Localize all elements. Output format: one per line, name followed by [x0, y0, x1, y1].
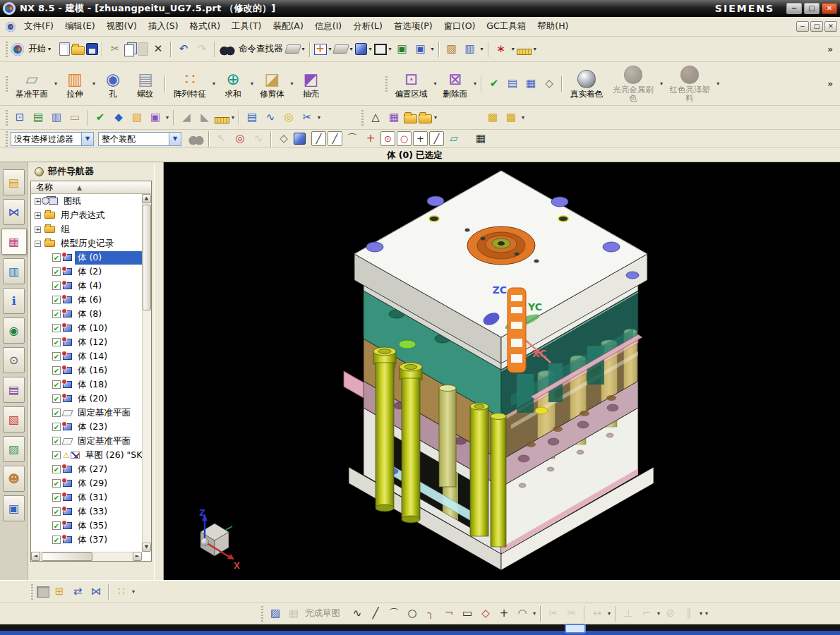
- window-close-button[interactable]: ✕: [822, 3, 837, 14]
- analysis-dropdown[interactable]: ▾: [230, 114, 236, 121]
- section-analysis-icon[interactable]: ◣: [196, 109, 213, 126]
- rectangle-tool-icon[interactable]: ▭: [459, 605, 476, 622]
- checkbox-checked-icon[interactable]: ✔: [52, 310, 61, 318]
- profile-tool-icon[interactable]: ◇: [477, 605, 494, 622]
- annotation-tag-icon[interactable]: ▭: [66, 109, 83, 126]
- menu-item-6[interactable]: 装配(A): [267, 18, 308, 35]
- show-all-constraints-icon[interactable]: ∥: [680, 605, 697, 622]
- trim-body-button[interactable]: ◪修剪体: [255, 64, 289, 104]
- system-materials-tab[interactable]: ▨: [3, 436, 25, 462]
- checkbox-checked-icon[interactable]: ✔: [52, 282, 61, 290]
- tree-item[interactable]: ✔体 (35): [31, 519, 142, 533]
- tree-item[interactable]: ✔体 (10): [31, 321, 142, 335]
- unite-dropdown[interactable]: ▾: [249, 80, 255, 87]
- new-window-button[interactable]: ▣: [394, 41, 411, 57]
- tree-item[interactable]: ✔体 (14): [31, 349, 142, 363]
- fillet-tool-icon[interactable]: ╮: [422, 605, 439, 622]
- tree-item[interactable]: ✔体 (12): [31, 335, 142, 349]
- pattern-feature-dropdown[interactable]: ▾: [211, 80, 217, 87]
- optimize-face-icon[interactable]: ▧: [128, 109, 145, 126]
- feature-browser-icon[interactable]: ▤: [504, 75, 521, 92]
- menu-item-5[interactable]: 工具(T): [226, 18, 267, 35]
- cut-button[interactable]: ✂: [107, 41, 124, 57]
- add-component-button[interactable]: ⊞: [51, 583, 68, 600]
- layer-category-icon[interactable]: ▥: [48, 109, 65, 126]
- copy-button[interactable]: [124, 44, 134, 56]
- checkbox-checked-icon[interactable]: ✔: [52, 437, 61, 445]
- sketch-pad-icon[interactable]: [284, 44, 301, 54]
- checkbox-checked-icon[interactable]: ✔: [52, 423, 61, 431]
- checkbox-checked-icon[interactable]: ✔: [52, 465, 61, 473]
- grid-snap-icon[interactable]: ▦: [472, 131, 489, 147]
- snap-point-on-curve-button[interactable]: ╱: [429, 131, 444, 146]
- command-finder-icon[interactable]: [219, 43, 236, 56]
- wire-trim-icon[interactable]: ✂: [299, 109, 316, 126]
- locating-ring[interactable]: [467, 226, 535, 265]
- show-constraints-dropdown[interactable]: ▾: [698, 610, 704, 617]
- menu-item-0[interactable]: 文件(F): [18, 18, 59, 35]
- scroll-up-icon[interactable]: ▲: [142, 194, 151, 203]
- snap-center-button[interactable]: ⊙: [380, 131, 395, 146]
- tree-item[interactable]: −模型历史记录: [31, 236, 142, 250]
- menu-item-9[interactable]: 首选项(P): [388, 18, 438, 35]
- snap-curve-icon[interactable]: ⌒: [344, 131, 361, 147]
- pattern-feature-button[interactable]: ∷阵列特征: [169, 64, 211, 104]
- tree-item[interactable]: ✔体 (16): [31, 363, 142, 377]
- synchronous-check-icon[interactable]: ✔: [486, 75, 503, 92]
- scroll-right-icon[interactable]: ►: [133, 552, 142, 561]
- cylinder-stack-icon[interactable]: ▤: [244, 109, 260, 126]
- background-dropdown[interactable]: ▾: [388, 46, 393, 52]
- process-studio-tab[interactable]: ▤: [3, 377, 25, 403]
- tree-item[interactable]: ✔体 (4): [31, 279, 142, 293]
- mdi-close-button[interactable]: ✕: [824, 21, 837, 32]
- mdi-minimize-button[interactable]: −: [796, 21, 809, 32]
- point-set-folder-icon[interactable]: [404, 114, 417, 123]
- line-tool-icon[interactable]: ╱: [367, 605, 384, 622]
- scroll-left-icon[interactable]: ◄: [31, 552, 40, 561]
- tree-item[interactable]: +图纸: [31, 194, 142, 208]
- tree-item[interactable]: ✔体 (20): [31, 392, 142, 406]
- abc-annotation-icon[interactable]: ▣: [147, 109, 164, 126]
- thread-button[interactable]: ▤螺纹: [129, 64, 162, 104]
- mdi-restore-button[interactable]: □: [810, 21, 823, 32]
- snap-target-icon[interactable]: ◎: [232, 131, 248, 147]
- selection-filter-dropdown[interactable]: 没有选择过滤器▼: [11, 132, 94, 146]
- redo-button[interactable]: ↷: [193, 41, 210, 57]
- assembly-navigator-tab[interactable]: ▤: [3, 169, 25, 195]
- role-palette-button[interactable]: ▨: [443, 41, 460, 57]
- menu-item-3[interactable]: 插入(S): [143, 18, 184, 35]
- offset-region-dropdown[interactable]: ▾: [433, 80, 438, 87]
- pmi-dimension-button[interactable]: ∗: [493, 41, 510, 57]
- tree-item[interactable]: ✔固定基准平面: [31, 406, 142, 420]
- tree-item[interactable]: ✔体 (27): [31, 462, 142, 476]
- select-arrow-icon[interactable]: ↖: [213, 131, 230, 147]
- make-symmetric-icon[interactable]: ⌐: [638, 605, 655, 622]
- measure-dropdown[interactable]: ▾: [532, 46, 538, 52]
- window-minimize-button[interactable]: −: [786, 3, 802, 14]
- snapshot-frame-icon[interactable]: ⊡: [11, 109, 28, 126]
- fit-view-dropdown[interactable]: ▾: [328, 46, 333, 52]
- vertical-scroll-thumb[interactable]: [143, 205, 151, 310]
- quick-trim-icon[interactable]: ✂: [545, 605, 562, 622]
- checkbox-checked-icon[interactable]: ✔: [52, 296, 61, 304]
- tree-vertical-scrollbar[interactable]: ▲ ▼: [142, 194, 151, 552]
- toolbar-overflow-button[interactable]: »: [823, 44, 837, 54]
- checkbox-checked-icon[interactable]: ✔: [52, 394, 61, 403]
- 3d-model-canvas[interactable]: ZC YC XC Z X: [164, 162, 840, 580]
- studio-spline-icon[interactable]: ◠: [514, 605, 531, 622]
- checkbox-checked-icon[interactable]: ✔: [52, 366, 61, 375]
- tolerance-table-icon[interactable]: ▦: [385, 109, 402, 126]
- checkbox-checked-icon[interactable]: ✔: [52, 521, 61, 530]
- roles-tab[interactable]: ☻: [3, 466, 25, 492]
- delete-button[interactable]: ✕: [150, 41, 167, 57]
- combo-arrow-icon[interactable]: ▼: [81, 133, 93, 145]
- tree-item[interactable]: ✔体 (31): [31, 490, 142, 504]
- measure-distance-icon[interactable]: [215, 117, 229, 123]
- new-file-button[interactable]: [59, 42, 70, 56]
- display-dropdown[interactable]: ▾: [479, 46, 485, 52]
- true-shading-button[interactable]: 真实着色: [565, 64, 608, 104]
- pmi-dropdown[interactable]: ▾: [510, 46, 516, 52]
- pan-view-dropdown[interactable]: ▾: [349, 46, 354, 52]
- tree-item[interactable]: ✔体 (33): [31, 504, 142, 519]
- curve-group-folder-icon[interactable]: [419, 114, 432, 123]
